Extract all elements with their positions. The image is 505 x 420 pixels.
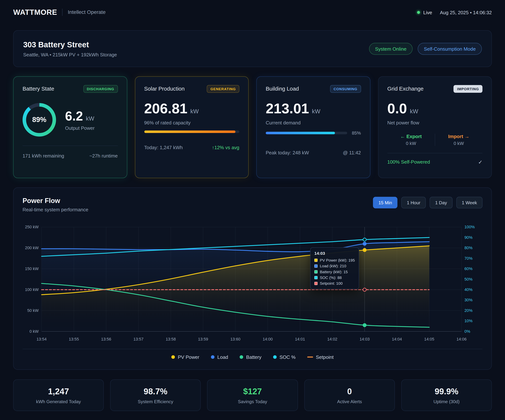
power-flow-chart: 0 kW50 kW100 kW150 kW200 kW250 kW0%10%20… bbox=[23, 216, 478, 344]
tooltip-swatch bbox=[315, 259, 318, 262]
stat-card-savings-today: $127Savings Today bbox=[207, 379, 298, 411]
stat-card-system-efficiency: 98.7%System Efficiency bbox=[110, 379, 201, 411]
site-badges: System OnlineSelf-Consumption Mode bbox=[369, 43, 482, 55]
svg-text:50 kW: 50 kW bbox=[27, 308, 39, 313]
svg-text:250 kW: 250 kW bbox=[25, 225, 39, 229]
site-badge-self-consumption-mode[interactable]: Self-Consumption Mode bbox=[418, 43, 482, 55]
solar-capacity-label: 96% of rated capacity bbox=[144, 120, 239, 125]
stat-label: System Efficiency bbox=[138, 399, 173, 404]
svg-text:50%: 50% bbox=[464, 277, 473, 281]
marker-load bbox=[363, 242, 366, 246]
stat-label: kWh Generated Today bbox=[36, 399, 81, 404]
soc-legend-swatch bbox=[273, 355, 277, 359]
power-flow-title: Power Flow bbox=[23, 197, 88, 205]
svg-text:70%: 70% bbox=[464, 256, 473, 261]
marker-soc bbox=[363, 238, 366, 241]
svg-text:80%: 80% bbox=[464, 246, 473, 250]
svg-text:14:06: 14:06 bbox=[457, 337, 467, 341]
datetime: Aug 25, 2025 • 14:06:32 bbox=[440, 9, 492, 15]
legend-item-pv-power[interactable]: PV Power bbox=[171, 354, 199, 360]
solar-progress-track bbox=[144, 131, 239, 133]
brand-divider bbox=[62, 9, 63, 16]
tooltip-row: PV Power (kW): 195 bbox=[315, 258, 355, 262]
svg-text:13:56: 13:56 bbox=[101, 337, 111, 341]
solar-status-badge: GENERATING bbox=[207, 85, 239, 93]
range-button-1-week[interactable]: 1 Week bbox=[456, 197, 483, 209]
site-details: Seattle, WA • 215kW PV + 192kWh Storage bbox=[23, 52, 117, 57]
legend-item-load[interactable]: Load bbox=[211, 354, 228, 360]
tooltip-row: Battery (kW): 15 bbox=[315, 269, 355, 274]
stat-label: Savings Today bbox=[238, 399, 267, 404]
range-button-15-min[interactable]: 15 Min bbox=[373, 197, 398, 209]
battery-runtime: ~27h runtime bbox=[89, 153, 118, 159]
product-name: Intellect Operate bbox=[68, 9, 106, 15]
stat-value: $127 bbox=[243, 386, 262, 396]
top-bar: WATTMORE Intellect Operate Live Aug 25, … bbox=[13, 0, 492, 18]
tooltip-title: 14:03 bbox=[315, 251, 355, 256]
tooltip-swatch bbox=[315, 282, 318, 285]
svg-text:13:54: 13:54 bbox=[37, 337, 47, 341]
grid-export-label: ← Export bbox=[387, 134, 435, 139]
load-peak-today: Peak today: 248 kW bbox=[266, 150, 309, 155]
svg-text:30%: 30% bbox=[464, 298, 473, 302]
solar-today-total: Today: 1,247 kWh bbox=[144, 145, 183, 150]
load-progress-label: 85% bbox=[352, 131, 361, 136]
svg-text:10%: 10% bbox=[464, 318, 473, 323]
chart-legend: PV PowerLoadBatterySOC %Setpoint bbox=[23, 354, 482, 360]
range-button-1-day[interactable]: 1 Day bbox=[430, 197, 453, 209]
svg-text:13:57: 13:57 bbox=[133, 337, 143, 341]
svg-text:100%: 100% bbox=[464, 225, 475, 229]
stat-cards-row: Battery State DISCHARGING 89% 6.2 kW Out… bbox=[13, 76, 492, 178]
live-label: Live bbox=[423, 9, 432, 15]
legend-item-setpoint[interactable]: Setpoint bbox=[307, 354, 334, 360]
brand-logo: WATTMORE bbox=[13, 8, 57, 17]
tooltip-swatch bbox=[315, 264, 318, 267]
legend-item-soc[interactable]: SOC % bbox=[273, 354, 296, 360]
svg-text:14:04: 14:04 bbox=[392, 337, 402, 341]
time-range-selector: 15 Min1 Hour1 Day1 Week bbox=[373, 197, 482, 209]
stat-card-uptime-30d: 99.9%Uptime (30d) bbox=[401, 379, 492, 411]
stat-value: 99.9% bbox=[435, 386, 458, 396]
load-demand-label: Current demand bbox=[266, 120, 361, 125]
grid-flow-label: Net power flow bbox=[387, 120, 482, 125]
power-flow-card: Power Flow Real-time system performance … bbox=[13, 187, 492, 370]
stat-label: Uptime (30d) bbox=[434, 399, 460, 404]
grid-card-divider bbox=[387, 153, 482, 153]
battery-soc-gauge: 89% bbox=[23, 103, 56, 137]
marker-battery bbox=[363, 323, 366, 327]
svg-text:90%: 90% bbox=[464, 235, 473, 240]
chart-tooltip: 14:03 PV Power (kW): 195Load (kW): 210Ba… bbox=[310, 247, 359, 289]
load-value: 213.01 bbox=[266, 101, 309, 117]
solar-value: 206.81 bbox=[144, 101, 187, 117]
svg-text:100 kW: 100 kW bbox=[25, 287, 39, 292]
site-badge-system-online[interactable]: System Online bbox=[369, 43, 413, 55]
stat-card-kwh-generated-today: 1,247kWh Generated Today bbox=[13, 379, 104, 411]
tooltip-swatch bbox=[315, 270, 318, 274]
range-button-1-hour[interactable]: 1 Hour bbox=[401, 197, 426, 209]
svg-text:14:05: 14:05 bbox=[424, 337, 434, 341]
load-unit: kW bbox=[312, 108, 320, 115]
battery-legend-swatch bbox=[240, 355, 243, 359]
svg-text:60%: 60% bbox=[464, 266, 473, 271]
pv-power-legend-swatch bbox=[171, 355, 175, 359]
marker-pv-power bbox=[363, 248, 366, 252]
svg-text:13:55: 13:55 bbox=[69, 337, 79, 341]
battery-power-value: 6.2 bbox=[65, 109, 83, 123]
svg-text:13:58: 13:58 bbox=[166, 337, 176, 341]
battery-soc-value: 89% bbox=[26, 107, 52, 133]
load-progress-track bbox=[266, 132, 347, 134]
solar-unit: kW bbox=[190, 108, 199, 115]
svg-text:150 kW: 150 kW bbox=[25, 266, 39, 271]
stat-label: Active Alerts bbox=[337, 399, 362, 404]
stat-value: 0 bbox=[347, 386, 352, 396]
grid-value: 0.0 bbox=[387, 101, 407, 117]
svg-text:14:03: 14:03 bbox=[360, 337, 370, 341]
grid-unit: kW bbox=[410, 108, 418, 115]
svg-text:20%: 20% bbox=[464, 308, 473, 313]
legend-item-battery[interactable]: Battery bbox=[240, 354, 262, 360]
solar-progress-fill bbox=[144, 131, 235, 133]
building-load-card: Building Load CONSUMING 213.01 kW Curren… bbox=[256, 76, 370, 178]
power-flow-chart-area: 0 kW50 kW100 kW150 kW200 kW250 kW0%10%20… bbox=[23, 216, 482, 346]
check-icon: ✓ bbox=[478, 159, 482, 165]
stat-card-active-alerts: 0Active Alerts bbox=[304, 379, 395, 411]
